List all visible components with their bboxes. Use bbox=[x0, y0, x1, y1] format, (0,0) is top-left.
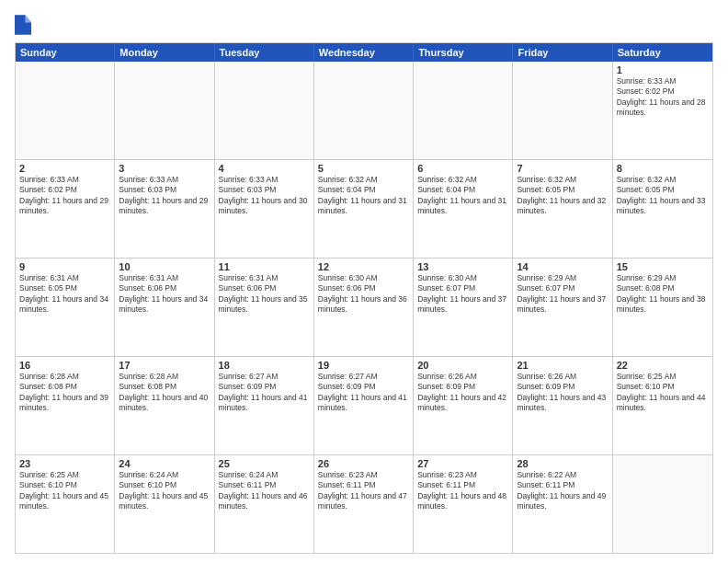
cal-cell: 5Sunrise: 6:32 AM Sunset: 6:04 PM Daylig… bbox=[314, 160, 414, 258]
calendar-header: SundayMondayTuesdayWednesdayThursdayFrid… bbox=[16, 43, 712, 62]
week-row-2: 9Sunrise: 6:31 AM Sunset: 6:05 PM Daylig… bbox=[16, 258, 712, 356]
day-number: 25 bbox=[219, 458, 310, 469]
cal-cell: 21Sunrise: 6:26 AM Sunset: 6:09 PM Dayli… bbox=[513, 357, 612, 454]
day-info: Sunrise: 6:23 AM Sunset: 6:11 PM Dayligh… bbox=[318, 470, 409, 512]
day-header-wednesday: Wednesday bbox=[314, 43, 414, 62]
calendar: SundayMondayTuesdayWednesdayThursdayFrid… bbox=[15, 42, 713, 554]
cal-cell bbox=[414, 62, 513, 159]
cal-cell: 24Sunrise: 6:24 AM Sunset: 6:10 PM Dayli… bbox=[115, 455, 214, 553]
cal-cell: 4Sunrise: 6:33 AM Sunset: 6:03 PM Daylig… bbox=[215, 160, 314, 258]
day-info: Sunrise: 6:22 AM Sunset: 6:11 PM Dayligh… bbox=[517, 470, 608, 512]
day-header-sunday: Sunday bbox=[16, 43, 115, 62]
day-info: Sunrise: 6:25 AM Sunset: 6:10 PM Dayligh… bbox=[19, 470, 110, 512]
day-info: Sunrise: 6:32 AM Sunset: 6:04 PM Dayligh… bbox=[417, 175, 508, 217]
day-info: Sunrise: 6:24 AM Sunset: 6:10 PM Dayligh… bbox=[119, 470, 210, 512]
cal-cell: 11Sunrise: 6:31 AM Sunset: 6:06 PM Dayli… bbox=[215, 259, 314, 356]
day-info: Sunrise: 6:28 AM Sunset: 6:08 PM Dayligh… bbox=[119, 372, 210, 414]
cal-cell: 27Sunrise: 6:23 AM Sunset: 6:11 PM Dayli… bbox=[414, 455, 513, 553]
cal-cell: 15Sunrise: 6:29 AM Sunset: 6:08 PM Dayli… bbox=[613, 259, 712, 356]
day-info: Sunrise: 6:30 AM Sunset: 6:07 PM Dayligh… bbox=[417, 273, 508, 316]
day-info: Sunrise: 6:31 AM Sunset: 6:06 PM Dayligh… bbox=[119, 273, 210, 316]
day-number: 11 bbox=[219, 261, 310, 272]
day-info: Sunrise: 6:26 AM Sunset: 6:09 PM Dayligh… bbox=[517, 372, 608, 414]
cal-cell: 3Sunrise: 6:33 AM Sunset: 6:03 PM Daylig… bbox=[115, 160, 214, 258]
day-number: 27 bbox=[417, 458, 508, 469]
logo-icon bbox=[15, 15, 31, 35]
cal-cell: 10Sunrise: 6:31 AM Sunset: 6:06 PM Dayli… bbox=[115, 259, 214, 356]
day-info: Sunrise: 6:31 AM Sunset: 6:05 PM Dayligh… bbox=[19, 273, 110, 316]
cal-cell: 26Sunrise: 6:23 AM Sunset: 6:11 PM Dayli… bbox=[314, 455, 414, 553]
day-number: 21 bbox=[517, 360, 608, 371]
week-row-0: 1Sunrise: 6:33 AM Sunset: 6:02 PM Daylig… bbox=[16, 62, 712, 159]
cal-cell: 20Sunrise: 6:26 AM Sunset: 6:09 PM Dayli… bbox=[414, 357, 513, 454]
day-info: Sunrise: 6:33 AM Sunset: 6:03 PM Dayligh… bbox=[219, 175, 310, 217]
cal-cell: 14Sunrise: 6:29 AM Sunset: 6:07 PM Dayli… bbox=[513, 259, 612, 356]
day-number: 16 bbox=[19, 360, 110, 371]
cal-cell: 22Sunrise: 6:25 AM Sunset: 6:10 PM Dayli… bbox=[613, 357, 712, 454]
cal-cell: 12Sunrise: 6:30 AM Sunset: 6:06 PM Dayli… bbox=[314, 259, 414, 356]
day-number: 1 bbox=[617, 64, 709, 75]
cal-cell: 13Sunrise: 6:30 AM Sunset: 6:07 PM Dayli… bbox=[414, 259, 513, 356]
week-row-3: 16Sunrise: 6:28 AM Sunset: 6:08 PM Dayli… bbox=[16, 356, 712, 454]
day-info: Sunrise: 6:27 AM Sunset: 6:09 PM Dayligh… bbox=[219, 372, 310, 414]
day-number: 9 bbox=[19, 261, 110, 272]
day-number: 6 bbox=[417, 163, 508, 174]
day-number: 26 bbox=[318, 458, 409, 469]
day-info: Sunrise: 6:32 AM Sunset: 6:05 PM Dayligh… bbox=[617, 175, 709, 217]
day-info: Sunrise: 6:29 AM Sunset: 6:07 PM Dayligh… bbox=[517, 273, 608, 316]
day-number: 5 bbox=[318, 163, 409, 174]
day-info: Sunrise: 6:29 AM Sunset: 6:08 PM Dayligh… bbox=[617, 273, 709, 316]
cal-cell: 17Sunrise: 6:28 AM Sunset: 6:08 PM Dayli… bbox=[115, 357, 214, 454]
cal-cell: 16Sunrise: 6:28 AM Sunset: 6:08 PM Dayli… bbox=[16, 357, 115, 454]
day-info: Sunrise: 6:33 AM Sunset: 6:02 PM Dayligh… bbox=[19, 175, 110, 217]
day-header-friday: Friday bbox=[513, 43, 612, 62]
day-number: 20 bbox=[417, 360, 508, 371]
day-number: 2 bbox=[19, 163, 110, 174]
cal-cell bbox=[314, 62, 414, 159]
page: SundayMondayTuesdayWednesdayThursdayFrid… bbox=[0, 0, 728, 563]
day-number: 22 bbox=[617, 360, 709, 371]
cal-cell: 9Sunrise: 6:31 AM Sunset: 6:05 PM Daylig… bbox=[16, 259, 115, 356]
day-info: Sunrise: 6:31 AM Sunset: 6:06 PM Dayligh… bbox=[219, 273, 310, 316]
cal-cell bbox=[115, 62, 214, 159]
day-number: 4 bbox=[219, 163, 310, 174]
cal-cell: 2Sunrise: 6:33 AM Sunset: 6:02 PM Daylig… bbox=[16, 160, 115, 258]
day-info: Sunrise: 6:27 AM Sunset: 6:09 PM Dayligh… bbox=[318, 372, 409, 414]
day-header-thursday: Thursday bbox=[414, 43, 513, 62]
cal-cell: 25Sunrise: 6:24 AM Sunset: 6:11 PM Dayli… bbox=[215, 455, 314, 553]
day-info: Sunrise: 6:24 AM Sunset: 6:11 PM Dayligh… bbox=[219, 470, 310, 512]
day-number: 12 bbox=[318, 261, 409, 272]
day-info: Sunrise: 6:32 AM Sunset: 6:04 PM Dayligh… bbox=[318, 175, 409, 217]
day-number: 3 bbox=[119, 163, 210, 174]
svg-marker-0 bbox=[15, 15, 31, 34]
day-number: 18 bbox=[219, 360, 310, 371]
day-number: 8 bbox=[617, 163, 709, 174]
day-number: 24 bbox=[119, 458, 210, 469]
day-header-tuesday: Tuesday bbox=[215, 43, 314, 62]
day-number: 13 bbox=[417, 261, 508, 272]
cal-cell bbox=[613, 455, 712, 553]
cal-cell: 1Sunrise: 6:33 AM Sunset: 6:02 PM Daylig… bbox=[613, 62, 712, 159]
day-info: Sunrise: 6:28 AM Sunset: 6:08 PM Dayligh… bbox=[19, 372, 110, 414]
week-row-1: 2Sunrise: 6:33 AM Sunset: 6:02 PM Daylig… bbox=[16, 159, 712, 258]
header bbox=[15, 15, 713, 35]
day-number: 19 bbox=[318, 360, 409, 371]
day-number: 15 bbox=[617, 261, 709, 272]
cal-cell: 28Sunrise: 6:22 AM Sunset: 6:11 PM Dayli… bbox=[513, 455, 612, 553]
day-info: Sunrise: 6:33 AM Sunset: 6:02 PM Dayligh… bbox=[617, 76, 709, 119]
cal-cell bbox=[215, 62, 314, 159]
day-number: 7 bbox=[517, 163, 608, 174]
day-info: Sunrise: 6:32 AM Sunset: 6:05 PM Dayligh… bbox=[517, 175, 608, 217]
day-info: Sunrise: 6:30 AM Sunset: 6:06 PM Dayligh… bbox=[318, 273, 409, 316]
calendar-body: 1Sunrise: 6:33 AM Sunset: 6:02 PM Daylig… bbox=[16, 62, 712, 553]
day-number: 17 bbox=[119, 360, 210, 371]
cal-cell bbox=[513, 62, 612, 159]
day-number: 23 bbox=[19, 458, 110, 469]
cal-cell bbox=[16, 62, 115, 159]
cal-cell: 8Sunrise: 6:32 AM Sunset: 6:05 PM Daylig… bbox=[613, 160, 712, 258]
day-info: Sunrise: 6:26 AM Sunset: 6:09 PM Dayligh… bbox=[417, 372, 508, 414]
day-header-monday: Monday bbox=[115, 43, 214, 62]
cal-cell: 7Sunrise: 6:32 AM Sunset: 6:05 PM Daylig… bbox=[513, 160, 612, 258]
logo bbox=[15, 15, 33, 35]
day-number: 14 bbox=[517, 261, 608, 272]
